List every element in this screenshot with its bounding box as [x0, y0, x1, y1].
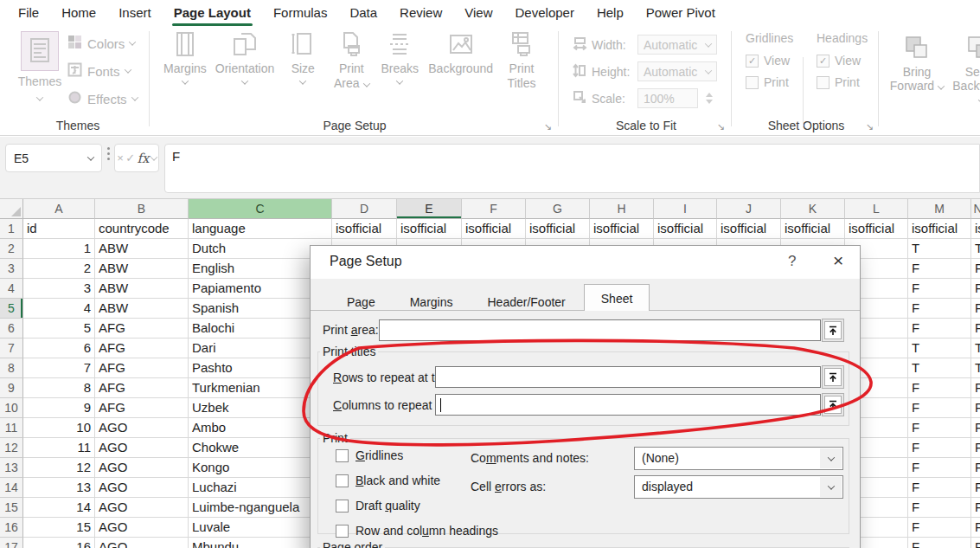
cell-M8[interactable]: T — [908, 358, 971, 378]
columns-to-repeat-collapse-button[interactable] — [822, 393, 844, 416]
cell-N11[interactable]: F — [971, 418, 980, 438]
draft-quality-checkbox[interactable] — [336, 500, 349, 513]
cell-B13[interactable]: AGO — [95, 458, 189, 478]
column-header-K[interactable]: K — [781, 199, 845, 219]
cell-B3[interactable]: ABW — [95, 259, 189, 279]
cell-F1[interactable]: isofficial — [462, 219, 526, 239]
cell-N7[interactable]: T — [971, 338, 980, 358]
row-header-11[interactable]: 11 — [0, 418, 23, 438]
row-header-13[interactable]: 13 — [0, 458, 23, 478]
headings-print-checkbox[interactable]: Print — [817, 75, 879, 89]
cell-A12[interactable]: 11 — [23, 438, 95, 458]
row-header-3[interactable]: 3 — [0, 259, 23, 279]
cell-B6[interactable]: AFG — [95, 319, 189, 338]
cell-N4[interactable]: F — [971, 279, 980, 299]
cell-N10[interactable]: F — [971, 398, 980, 418]
cell-M10[interactable]: F — [908, 398, 971, 418]
column-header-A[interactable]: A — [23, 199, 95, 219]
column-header-H[interactable]: H — [590, 199, 654, 219]
cell-N9[interactable]: F — [971, 378, 980, 398]
cell-B12[interactable]: AGO — [95, 438, 189, 458]
column-header-M[interactable]: M — [908, 199, 971, 219]
column-header-L[interactable]: L — [845, 199, 908, 219]
print-area-collapse-button[interactable] — [822, 319, 844, 342]
row-header-2[interactable]: 2 — [0, 239, 23, 259]
cell-A7[interactable]: 6 — [23, 338, 95, 358]
cell-A6[interactable]: 5 — [23, 319, 95, 338]
cell-B15[interactable]: AGO — [95, 498, 189, 518]
menu-tab-data[interactable]: Data — [338, 0, 388, 26]
cell-A9[interactable]: 8 — [23, 378, 95, 398]
select-all-corner[interactable] — [0, 199, 23, 219]
height--dropdown[interactable]: Automatic — [637, 61, 717, 81]
cell-M4[interactable]: F — [908, 279, 971, 299]
cell-N1[interactable]: isofficial — [971, 219, 980, 239]
row-header-6[interactable]: 6 — [0, 319, 23, 338]
scale-to-fit-dialog-launcher-icon[interactable]: ↘ — [717, 122, 725, 132]
cell-A15[interactable]: 14 — [23, 498, 95, 518]
cell-M6[interactable]: F — [908, 319, 971, 338]
gridlines-view-checkbox[interactable]: ✓View — [746, 54, 808, 68]
cell-J1[interactable]: isofficial — [717, 219, 781, 239]
spinner-arrows-icon[interactable] — [706, 93, 713, 104]
size-button[interactable]: Size — [279, 29, 327, 91]
cell-M13[interactable]: F — [908, 458, 971, 478]
cell-N12[interactable]: F — [971, 438, 980, 458]
gridlines-checkbox[interactable] — [336, 449, 349, 462]
cell-M2[interactable]: T — [908, 239, 971, 259]
cell-B4[interactable]: ABW — [95, 279, 189, 299]
tab-page[interactable]: Page — [330, 291, 392, 314]
cell-H1[interactable]: isofficial — [590, 219, 654, 239]
cell-N8[interactable]: T — [971, 358, 980, 378]
cell-A13[interactable]: 12 — [23, 458, 95, 478]
help-button[interactable]: ? — [783, 253, 801, 270]
cell-A8[interactable]: 7 — [23, 358, 95, 378]
menu-tab-home[interactable]: Home — [50, 0, 107, 26]
rows-to-repeat-input[interactable] — [435, 366, 821, 388]
cell-D1[interactable]: isofficial — [332, 219, 397, 239]
row-header-14[interactable]: 14 — [0, 478, 23, 498]
black-and-white-checkbox[interactable] — [336, 474, 349, 487]
cell-A16[interactable]: 15 — [23, 518, 95, 538]
fonts-button[interactable]: Fonts — [67, 62, 131, 80]
cell-A3[interactable]: 2 — [23, 259, 95, 279]
breaks-button[interactable]: Breaks — [375, 29, 424, 91]
cell-B10[interactable]: AFG — [95, 398, 189, 418]
cell-M7[interactable]: T — [908, 338, 971, 358]
menu-tab-developer[interactable]: Developer — [504, 0, 586, 26]
tab-sheet[interactable]: Sheet — [584, 284, 650, 311]
row-header-8[interactable]: 8 — [0, 358, 23, 378]
row-header-5[interactable]: 5 — [0, 299, 23, 319]
cancel-icon[interactable]: × — [117, 152, 124, 164]
headings-view-checkbox[interactable]: ✓View — [817, 54, 879, 68]
cell-B7[interactable]: AFG — [95, 338, 189, 358]
cell-A5[interactable]: 4 — [23, 299, 95, 319]
enter-icon[interactable]: ✓ — [125, 152, 135, 164]
margins-button[interactable]: Margins — [159, 29, 211, 91]
cell-M11[interactable]: F — [908, 418, 971, 438]
tab-margins[interactable]: Margins — [394, 291, 470, 314]
cell-G1[interactable]: isofficial — [526, 219, 590, 239]
bring-forward-button[interactable]: BringForward — [889, 33, 945, 93]
background-button[interactable]: Background — [424, 29, 497, 91]
orientation-button[interactable]: Orientation — [211, 29, 279, 91]
gridlines-print-checkbox[interactable]: Print — [746, 75, 808, 89]
row-header-12[interactable]: 12 — [0, 438, 23, 458]
cell-A11[interactable]: 10 — [23, 418, 95, 438]
cell-N16[interactable]: F — [971, 518, 980, 538]
send-backward-button[interactable]: SendBackward — [951, 33, 980, 106]
columns-to-repeat-input[interactable] — [435, 394, 821, 416]
cell-B14[interactable]: AGO — [95, 478, 189, 498]
column-header-C[interactable]: C — [189, 199, 332, 219]
cell-N6[interactable]: F — [971, 319, 980, 338]
cell-M14[interactable]: F — [908, 478, 971, 498]
cell-M15[interactable]: F — [908, 498, 971, 518]
cell-N15[interactable]: F — [971, 498, 980, 518]
colors-button[interactable]: Colors — [67, 35, 135, 52]
cell-A10[interactable]: 9 — [23, 398, 95, 418]
column-header-G[interactable]: G — [526, 199, 590, 219]
cell-A17[interactable]: 16 — [23, 538, 95, 548]
cell-N2[interactable]: T — [971, 239, 980, 259]
row-header-1[interactable]: 1 — [0, 219, 23, 239]
themes-button[interactable]: Themes — [16, 31, 64, 104]
